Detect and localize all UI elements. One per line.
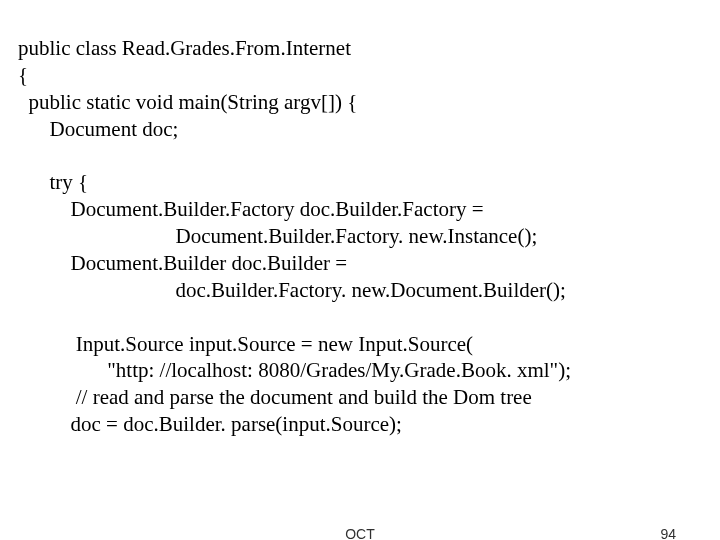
- code-block: public class Read.Grades.From.Internet {…: [18, 8, 702, 438]
- code-line: // read and parse the document and build…: [18, 385, 532, 409]
- code-line: Document.Builder.Factory doc.Builder.Fac…: [18, 197, 484, 221]
- code-line: Document doc;: [18, 117, 178, 141]
- slide: public class Read.Grades.From.Internet {…: [0, 0, 720, 540]
- code-line: Document.Builder doc.Builder =: [18, 251, 347, 275]
- footer-center: OCT: [0, 526, 720, 540]
- code-line: try {: [18, 170, 88, 194]
- code-line: Document.Builder.Factory. new.Instance()…: [18, 224, 537, 248]
- code-line: doc.Builder.Factory. new.Document.Builde…: [18, 278, 566, 302]
- page-number: 94: [660, 526, 676, 540]
- code-line: doc = doc.Builder. parse(input.Source);: [18, 412, 402, 436]
- code-line: public class Read.Grades.From.Internet: [18, 36, 351, 60]
- code-line: Input.Source input.Source = new Input.So…: [18, 332, 473, 356]
- code-line: public static void main(String argv[]) {: [18, 90, 357, 114]
- code-line: "http: //localhost: 8080/Grades/My.Grade…: [18, 358, 571, 382]
- code-line: {: [18, 63, 28, 87]
